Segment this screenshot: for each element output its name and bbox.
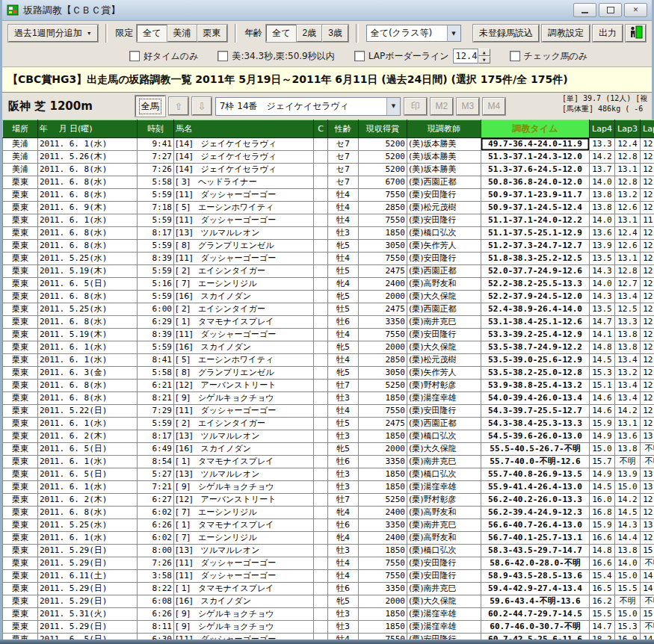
cell-place: 栗東: [3, 354, 38, 367]
column-header[interactable]: 時刻: [138, 120, 174, 138]
table-row[interactable]: 栗東2011. 6. 1(水)6:02[ 7] エーシンリジル牝42400(栗)…: [3, 532, 654, 545]
standard-time-checkbox[interactable]: 美:34.3秒,栗:50.9秒以内: [218, 50, 334, 63]
prev-horse-button[interactable]: ⇧: [169, 97, 188, 115]
good-time-only-checkbox[interactable]: 好タイムのみ: [129, 50, 198, 63]
cell-training-time: 52.0-37.7-24.9-12.6: [481, 265, 590, 278]
all-horses-button[interactable]: 全馬: [135, 96, 165, 117]
table-row[interactable]: 栗東2011. 5.29(日)8:22[ 1] タマモナイスプレイ牡63350(…: [3, 583, 654, 595]
print-button[interactable]: 印: [404, 98, 427, 115]
column-header[interactable]: 場所: [3, 120, 38, 138]
restore-button[interactable]: [599, 3, 622, 17]
table-row[interactable]: 栗東2011. 6. 1(水)8:41[ 5] エーシンホワイティ牡42850(…: [3, 354, 654, 367]
table-row[interactable]: 栗東2011. 6. 2(木)8:17[13] ツルマルレオン牡31850(栗)…: [3, 430, 654, 443]
table-row[interactable]: 栗東2011. 6. 1(水)5:59[11] ダッシャーゴーゴー牡47550(…: [3, 214, 654, 227]
table-row[interactable]: 栗東2011. 6. 5(日)5:27[13] ツルマルレオン牡31850(栗)…: [3, 468, 654, 481]
checkbox-icon[interactable]: [218, 51, 228, 61]
table-row[interactable]: 栗東2011. 6. 8(水)8:17[13] ツルマルレオン牡31850(栗)…: [3, 227, 654, 240]
table-row[interactable]: 栗東2011. 5.25(水)8:39[11] ダッシャーゴーゴー牡47550(…: [3, 253, 654, 265]
cell-lap2: 12.2: [641, 227, 654, 240]
column-header[interactable]: Lap2: [641, 120, 654, 138]
column-header[interactable]: C: [314, 120, 328, 138]
table-row[interactable]: 栗東2011. 5.29(日)8:11[ 9] シゲルキョクチョウ牡31850(…: [3, 621, 654, 634]
table-row[interactable]: 栗東2011. 5.25(水)6:00[ 2] エイシンタイガー牡52475(栗…: [3, 303, 654, 316]
spinner-down-icon[interactable]: ▼: [478, 56, 490, 64]
table-row[interactable]: 栗東2011. 6. 8(水)6:29[ 1] タマモナイスプレイ牡63350(…: [3, 316, 654, 329]
chevron-down-icon[interactable]: ▼: [447, 25, 460, 41]
table-row[interactable]: 栗東2011. 6. 5(日)5:16[ 7] エーシンリジル牝42400(栗)…: [3, 278, 654, 291]
age-3yo-button[interactable]: 3歳: [322, 25, 348, 42]
table-row[interactable]: 美浦2011. 6. 8(水)7:26[14] ジェイケイセラヴィセ75200(…: [3, 164, 654, 176]
table-row[interactable]: 栗東2011. 5.29(日)8:00[13] ツルマルレオン牡31850(栗)…: [3, 545, 654, 557]
m4-button[interactable]: M4: [483, 98, 505, 115]
cell-trainer: (栗)南井克巳: [407, 583, 481, 595]
output-button[interactable]: 出力: [593, 25, 623, 42]
cell-check: [314, 392, 328, 405]
class-filter-select[interactable]: 全て(クラス等) ▼: [366, 25, 461, 42]
cell-check: [314, 329, 328, 341]
table-row[interactable]: 栗東2011. 6.11(土)3:58[11] ダッシャーゴーゴー牡47550(…: [3, 570, 654, 583]
table-row[interactable]: 美浦2011. 5.26(木)7:27[14] ジェイケイセラヴィセ75200(…: [3, 151, 654, 164]
column-header[interactable]: 現調教師: [407, 120, 481, 138]
table-row[interactable]: 栗東2011. 5.19(木)5:59[ 2] エイシンタイガー牡52475(栗…: [3, 265, 654, 278]
horse-select[interactable]: 7枠 14番 ジェイケイセラヴィ ▼: [215, 97, 401, 116]
column-header[interactable]: 調教タイム: [481, 120, 590, 138]
exit-button[interactable]: [626, 25, 646, 42]
cell-training-time: 51.3-37.1-24.3-12.0: [481, 151, 590, 164]
lap-border-checkbox[interactable]: LAPボーダーライン 12.4 ▲ ▼: [354, 49, 490, 64]
table-row[interactable]: 栗東2011. 5.29(日)7:26[11] ダッシャーゴーゴー牡47550(…: [3, 557, 654, 570]
checkbox-icon[interactable]: [354, 51, 365, 61]
checked-horses-only-checkbox[interactable]: チェック馬のみ: [510, 50, 588, 63]
table-row[interactable]: 栗東2011. 6. 1(水)7:21[ 9] シゲルキョクチョウ牡31850(…: [3, 481, 654, 494]
table-row[interactable]: 栗東2011. 5.25(水)6:26[ 1] タマモナイスプレイ牡63350(…: [3, 519, 654, 532]
limit-miho-button[interactable]: 美浦: [167, 25, 197, 42]
training-settings-button[interactable]: 調教設定: [542, 25, 590, 42]
table-row[interactable]: 栗東2011. 6. 8(水)5:59[ 8] グランプリエンゼル牝53050(…: [3, 240, 654, 253]
m2-button[interactable]: M2: [431, 98, 453, 115]
cell-sex-age: 牡5: [328, 265, 359, 278]
age-all-button[interactable]: 全て: [266, 25, 296, 42]
table-row[interactable]: 栗東2011. 6. 5(日)6:49[16] スカイノダン牝52000(栗)大…: [3, 443, 654, 456]
column-header[interactable]: 馬名: [174, 120, 314, 138]
cell-lap4: 14.5: [590, 481, 615, 494]
table-row[interactable]: 栗東2011. 6. 8(水)5:59[11] ダッシャーゴーゴー牡47550(…: [3, 189, 654, 202]
table-row[interactable]: 栗東2011. 5.19(木)8:39[11] ダッシャーゴーゴー牡47550(…: [3, 329, 654, 341]
lap-border-value[interactable]: 12.4: [453, 49, 478, 64]
m3-button[interactable]: M3: [457, 98, 479, 115]
cell-training-time: 53.1-38.4-25.1-12.6: [481, 316, 590, 329]
column-header[interactable]: 現収得賞: [359, 120, 407, 138]
table-row[interactable]: 栗東2011. 5.22(日)7:29[11] ダッシャーゴーゴー牡47550(…: [3, 405, 654, 418]
next-horse-button[interactable]: ⇩: [192, 97, 212, 115]
age-2yo-button[interactable]: 2歳: [297, 25, 323, 42]
table-row[interactable]: 栗東2011. 6. 2(木)6:27[12] アーバンストリート牡75250(…: [3, 494, 654, 507]
table-row[interactable]: 栗東2011. 6. 8(水)5:59[16] スカイノダン牝52000(栗)大…: [3, 291, 654, 303]
column-header[interactable]: Lap3: [615, 120, 641, 138]
table-row[interactable]: 栗東2011. 5.29(日)6:08[16] スカイノダン牝52000(栗)大…: [3, 595, 654, 608]
table-row[interactable]: 栗東2011. 6. 8(水)5:58[ 3] ヘッドライナーセ76700(栗)…: [3, 176, 654, 189]
table-row[interactable]: 栗東2011. 6. 1(水)5:59[ 2] エイシンタイガー牡52475(栗…: [3, 418, 654, 430]
lap-border-spinner[interactable]: 12.4 ▲ ▼: [453, 49, 490, 64]
cell-lap2: 12.7: [641, 354, 654, 367]
table-row[interactable]: 美浦2011. 6. 1(水)9:41[14] ジェイケイセラヴィセ75200(…: [3, 138, 654, 151]
checkbox-icon[interactable]: [129, 51, 140, 61]
cell-sex-age: 牡7: [328, 494, 359, 507]
chevron-down-icon[interactable]: ▼: [386, 98, 400, 115]
table-row[interactable]: 栗東2011. 6. 3(金)5:58[ 8] グランプリエンゼル牝53050(…: [3, 367, 654, 380]
checkbox-icon[interactable]: [510, 51, 520, 61]
column-header[interactable]: 年 月 日(曜): [38, 120, 138, 138]
limit-ritto-button[interactable]: 栗東: [197, 25, 227, 42]
load-unregistered-button[interactable]: 未登録馬読込: [473, 25, 539, 42]
column-header[interactable]: 性齢: [328, 120, 359, 138]
table-row[interactable]: 栗東2011. 6. 1(水)5:59[16] スカイノダン牝52000(栗)大…: [3, 341, 654, 354]
table-row[interactable]: 栗東2011. 6. 9(木)7:18[ 5] エーシンホワイティ牡42850(…: [3, 202, 654, 214]
table-row[interactable]: 栗東2011. 6. 8(水)8:21[ 9] シゲルキョクチョウ牡31850(…: [3, 392, 654, 405]
table-row[interactable]: 栗東2011. 5.31(火)6:26[ 9] シゲルキョクチョウ牡31850(…: [3, 608, 654, 621]
add-past-week-button[interactable]: 過去1週間分追加 ▼: [8, 25, 98, 42]
spinner-up-icon[interactable]: ▲: [478, 49, 490, 56]
minimize-button[interactable]: [573, 3, 596, 17]
table-row[interactable]: 栗東2011. 6. 8(水)6:02[ 7] エーシンリジル牝42400(栗)…: [3, 507, 654, 519]
limit-all-button[interactable]: 全て: [137, 25, 167, 42]
close-button[interactable]: ✕: [624, 3, 647, 17]
table-row[interactable]: 栗東2011. 6. 8(水)6:21[12] アーバンストリート牡75250(…: [3, 380, 654, 392]
table-row[interactable]: 栗東2011. 6. 1(水)8:54[ 1] タマモナイスプレイ牡63350(…: [3, 456, 654, 468]
column-header[interactable]: Lap4: [590, 120, 615, 138]
